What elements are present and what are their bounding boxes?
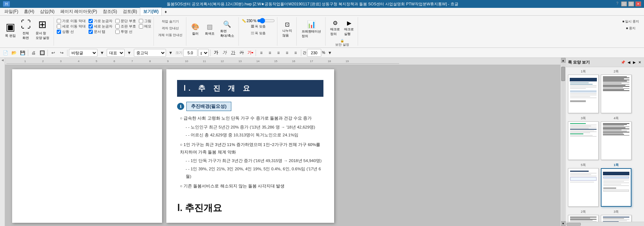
preview-btn[interactable]: 🔲 bbox=[38, 49, 46, 57]
checkbox-paragraph[interactable]: 문단 부호 bbox=[115, 19, 136, 24]
checkbox-h-ruler[interactable]: 가로 눈금자 bbox=[89, 19, 113, 24]
thumb-label-3: 3쪽 bbox=[581, 116, 586, 121]
grid-guide-btn[interactable]: 격자 안내선 bbox=[157, 25, 184, 31]
menu-page-layout[interactable]: 페이지 레이아웃(P) bbox=[57, 8, 100, 15]
menu-reference[interactable]: 참조(S) bbox=[100, 8, 120, 15]
checkbox-status-bar[interactable]: 상황 선 bbox=[57, 29, 86, 34]
sub-header-text: 추진배경(필요성) bbox=[186, 102, 231, 111]
thumb-selected[interactable] bbox=[601, 168, 632, 207]
menu-extra[interactable]: ♦ bbox=[162, 9, 170, 15]
zoom-input[interactable] bbox=[307, 49, 321, 57]
font-type-dropdown[interactable]: ▼ bbox=[125, 49, 133, 57]
zoom-btn[interactable]: 🔍 화면확대/축소 bbox=[218, 19, 236, 40]
thumb-1[interactable] bbox=[568, 75, 599, 113]
align-extra-btn[interactable]: ≡ bbox=[292, 49, 300, 57]
zoom-dropdown[interactable]: ▼ bbox=[326, 49, 334, 57]
doc-window-btn[interactable]: ⊞ 문서 창모양 설정 bbox=[34, 17, 52, 42]
checkbox-transparent-line[interactable]: 투명 선 bbox=[115, 29, 136, 34]
sub-header-row: ℹ 추진배경(필요성) bbox=[177, 102, 323, 111]
color-text-btn[interactable]: 가 bbox=[246, 49, 254, 57]
svg-text:2: 2 bbox=[42, 60, 44, 63]
align-center-btn[interactable]: ≡ bbox=[266, 49, 274, 57]
checkbox-horizontal-scroll[interactable]: 가로 이동 막대 bbox=[57, 19, 86, 24]
thumb-3[interactable] bbox=[568, 121, 599, 160]
redo-btn[interactable]: ↪ bbox=[58, 49, 66, 57]
width-fit-btn[interactable]: ☰ 폭 맞춤 bbox=[242, 24, 275, 30]
panel-next-btn[interactable]: ▶ bbox=[632, 60, 637, 64]
svg-text:5: 5 bbox=[96, 60, 97, 63]
align-justify-btn[interactable]: ≡ bbox=[283, 49, 291, 57]
stop-all-btn[interactable]: ■ 일시 중지 bbox=[621, 19, 640, 25]
checkbox-typeset[interactable]: 조판 부호 bbox=[115, 24, 136, 29]
presentation-btn[interactable]: 📊 프레젠테이션정의 bbox=[300, 19, 323, 40]
menu-review[interactable]: 검토(B) bbox=[120, 8, 140, 15]
print-btn[interactable]: 🖨 bbox=[30, 49, 37, 57]
macro-exec-btn[interactable]: ▶ 매크로실행 bbox=[342, 19, 356, 37]
pt-select[interactable]: pt bbox=[198, 49, 209, 57]
scroll-up-btn[interactable]: ▲ bbox=[561, 58, 565, 63]
zoom-slider[interactable] bbox=[257, 19, 275, 23]
macro-run-btn[interactable]: ⚙ 매크로정의 bbox=[328, 19, 342, 37]
checkbox-memo[interactable]: 메모 bbox=[139, 24, 151, 29]
panel-prev-btn[interactable]: ◀ bbox=[627, 60, 631, 64]
pages-area[interactable]: Ⅰ. 추 진 개 요 ℹ 추진배경(필요성) ○ 급속한 사회 고령화 노인 단… bbox=[5, 65, 560, 226]
app-icon[interactable]: H bbox=[3, 1, 10, 7]
menu-insert[interactable]: 삽입(N) bbox=[37, 8, 57, 15]
close-btn[interactable]: ✕ bbox=[635, 1, 641, 6]
thumb-6[interactable] bbox=[568, 215, 599, 222]
scroll-track[interactable] bbox=[561, 63, 565, 221]
align-left-btn[interactable]: ≡ bbox=[257, 49, 265, 57]
maximize-btn[interactable]: □ bbox=[628, 1, 634, 6]
checkbox-vertical-scroll[interactable]: 세로 이동 막대 bbox=[57, 24, 86, 29]
grayscale-btn[interactable]: ▨ 회색조 bbox=[203, 19, 217, 40]
panel-scroll-thumb[interactable] bbox=[567, 223, 581, 226]
checkbox-doc-tab[interactable]: 문서 탭 bbox=[89, 29, 113, 34]
v-scrollbar[interactable]: ▲ ▼ bbox=[560, 58, 565, 226]
underline-btn[interactable]: 가 bbox=[229, 49, 237, 57]
thumb-7[interactable] bbox=[601, 215, 632, 222]
new-btn[interactable]: 📄 bbox=[1, 49, 9, 57]
minimize-btn[interactable]: − bbox=[621, 1, 627, 6]
thumb-5[interactable] bbox=[568, 168, 599, 207]
ruler-collapse-btn[interactable]: ◀ bbox=[1, 59, 4, 62]
no-split-btn[interactable]: ⊡ 나누지않음 bbox=[280, 19, 294, 40]
width-fit2-btn[interactable]: ▤ 폭 맞춤 bbox=[242, 30, 275, 36]
thumb-label-6: 2쪽 bbox=[581, 210, 586, 214]
menu-view[interactable]: 보기(W) bbox=[140, 7, 162, 16]
undo-btn[interactable]: ↩ bbox=[49, 49, 57, 57]
panel-close-btn[interactable]: ✕ bbox=[638, 60, 642, 64]
italic-btn[interactable]: 가 bbox=[221, 49, 228, 57]
save-btn[interactable]: 💾 bbox=[19, 49, 26, 57]
align-right-btn[interactable]: ≡ bbox=[275, 49, 282, 57]
menu-file[interactable]: 파일(F) bbox=[1, 8, 21, 15]
help-btn[interactable]: ? bbox=[615, 1, 620, 6]
menu-home[interactable]: 홈(H) bbox=[21, 8, 37, 15]
panel-scrollbar[interactable] bbox=[566, 222, 644, 226]
open-btn[interactable]: 📂 bbox=[10, 49, 18, 57]
font-name-select[interactable]: 중고딕 bbox=[134, 49, 166, 57]
fullscreen-icon: ⛶ bbox=[21, 19, 31, 30]
object-guide-btn[interactable]: 개체 이동 안내선 bbox=[157, 32, 184, 38]
font-type-select[interactable]: 대표 bbox=[107, 49, 125, 57]
checkbox-v-ruler[interactable]: 세로 눈금자 bbox=[89, 24, 113, 29]
style-select[interactable]: 바탕글 bbox=[69, 49, 97, 57]
thumb-wrapper-1: 1쪽 bbox=[568, 69, 599, 113]
scroll-thumb[interactable] bbox=[561, 67, 565, 81]
style-dropdown[interactable]: ▼ bbox=[98, 49, 106, 57]
bold-btn[interactable]: 가 bbox=[212, 49, 220, 57]
ribbon-group-view2: 🎨 컬러 ▨ 회색조 🔍 화면확대/축소 bbox=[188, 17, 239, 46]
font-size-input[interactable] bbox=[183, 49, 197, 57]
font-name-dropdown[interactable]: ▼ bbox=[167, 49, 175, 57]
color-btn[interactable]: 🎨 컬러 bbox=[189, 19, 201, 40]
page-edit-btn[interactable]: ▣ 쪽 편집 bbox=[3, 19, 18, 40]
fullscreen-btn[interactable]: ⛶ 전체화면 bbox=[19, 17, 33, 42]
thumb-2[interactable] bbox=[601, 75, 632, 113]
thumb-4[interactable] bbox=[601, 121, 632, 160]
strikethrough-btn[interactable]: 가 bbox=[238, 49, 246, 57]
hide-workspace-btn[interactable]: 작업 숨기기 bbox=[157, 19, 184, 25]
scroll-down-btn[interactable]: ▼ bbox=[561, 221, 565, 226]
stop-btn[interactable]: ■ 중지 bbox=[621, 25, 640, 31]
security-btn[interactable]: 🔒 보안 설정 bbox=[328, 38, 356, 48]
panel-pin-btn[interactable]: 📌 bbox=[620, 60, 626, 64]
checkbox-image[interactable]: 그림 bbox=[139, 19, 151, 24]
